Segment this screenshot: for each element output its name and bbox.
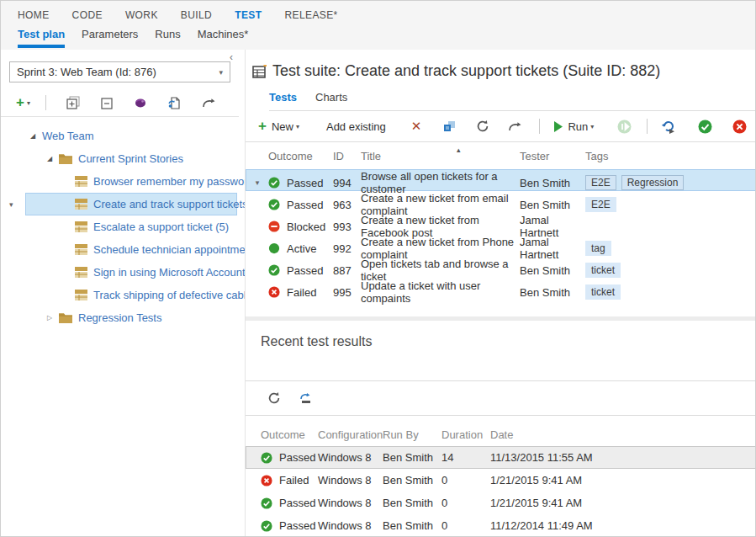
tree-node-create-track-support-tickets[interactable]: ▾ Create and track support tickets (6): [25, 193, 237, 215]
expand-all-icon[interactable]: [66, 96, 80, 109]
tree-node-schedule-technician[interactable]: Schedule technician appointments ...: [1, 238, 239, 261]
tree-node-escalate-support-ticket[interactable]: Escalate a support ticket (5): [1, 215, 239, 238]
requirement-suite-icon: [75, 244, 87, 255]
test-row[interactable]: Passed 963 Create a new ticket from emai…: [246, 191, 756, 213]
result-row[interactable]: Passed Windows 8 Ben Smith 0 1/21/2015 9…: [246, 492, 756, 514]
main-nav: HOME CODE WORK BUILD TEST RELEASE*: [18, 1, 755, 21]
recent-results-section: Recent test results Outcome Configuratio…: [246, 321, 756, 537]
nav-item-code[interactable]: CODE: [72, 9, 103, 21]
sync-suite-icon[interactable]: [167, 96, 182, 110]
tree-node-label: Create and track support tickets (6): [93, 198, 264, 210]
test-plan-sidebar: ‹ Sprint 3: Web Team (Id: 876) ▾ + ▾: [1, 50, 239, 537]
nav-item-release[interactable]: RELEASE*: [284, 9, 337, 21]
expander-expanded-icon[interactable]: ◢: [30, 132, 42, 140]
col-outcome[interactable]: Outcome: [268, 150, 333, 162]
tree-node-label: Current Sprint Stories: [78, 152, 183, 165]
tree-node-current-sprint-stories[interactable]: ◢ Current Sprint Stories: [1, 147, 239, 170]
column-options-icon[interactable]: [443, 120, 456, 132]
active-icon: [268, 242, 280, 254]
tree-node-sign-in-microsoft[interactable]: Sign in using Microsoft Accounts (4): [1, 261, 239, 284]
test-row[interactable]: Active 992 Create a new ticket from Phon…: [246, 235, 756, 257]
open-result-icon[interactable]: [299, 392, 313, 405]
tree-node-regression-tests[interactable]: ▷ Regression Tests: [1, 306, 239, 329]
outcome-text: Passed: [279, 519, 315, 532]
run-button[interactable]: Run ▾: [553, 120, 594, 133]
nav-item-home[interactable]: HOME: [18, 9, 50, 21]
new-test-button[interactable]: + New ▾: [258, 120, 299, 133]
expander-expanded-icon[interactable]: ◢: [47, 155, 59, 162]
requirement-suite-icon: [75, 199, 87, 210]
recent-results-title: Recent test results: [246, 321, 756, 349]
run-with-options-icon[interactable]: [661, 120, 676, 134]
add-existing-button[interactable]: Add existing: [326, 120, 386, 133]
tab-tests[interactable]: Tests: [269, 91, 297, 104]
col-duration[interactable]: Duration: [441, 428, 490, 441]
tab-charts[interactable]: Charts: [315, 91, 347, 104]
sidebar-toolbar: + ▾: [16, 92, 230, 114]
tab-parameters[interactable]: Parameters: [82, 28, 138, 48]
suite-tabs: Tests Charts: [269, 91, 756, 111]
mark-failed-icon[interactable]: [732, 120, 747, 134]
test-row[interactable]: Passed 887 Open tickets tab and browse a…: [246, 257, 756, 279]
results-grid: Outcome Configuration Run By Duration Da…: [246, 416, 756, 537]
run-label: Run: [568, 120, 588, 133]
nav-item-build[interactable]: BUILD: [181, 9, 212, 21]
test-row[interactable]: Failed 995 Update a ticket with user com…: [246, 279, 756, 300]
failed-icon: [268, 286, 280, 298]
run-date: 11/13/2015 11:55 AM: [490, 451, 756, 464]
delete-icon[interactable]: ✕: [411, 119, 422, 134]
run-by: Ben Smith: [383, 519, 441, 532]
test-id: 992: [333, 242, 361, 255]
blocked-icon: [268, 221, 280, 232]
result-row[interactable]: Failed Windows 8 Ben Smith 0 1/21/2015 9…: [246, 469, 756, 492]
col-outcome[interactable]: Outcome: [261, 428, 318, 441]
tester-name: Ben Smith: [520, 264, 585, 277]
context-menu-chevron-icon[interactable]: ▾: [246, 178, 268, 187]
tab-runs[interactable]: Runs: [155, 28, 180, 48]
expander-collapsed-icon[interactable]: ▷: [47, 314, 59, 322]
test-row[interactable]: ▾ Passed 994 Browse all open tickets for…: [246, 169, 756, 191]
refresh-icon[interactable]: [267, 391, 281, 405]
col-tags[interactable]: Tags: [585, 150, 756, 162]
outcome-text: Failed: [287, 286, 316, 299]
tag-chip: Regression: [621, 175, 685, 190]
test-row[interactable]: Blocked 993 Create a new ticket from Fac…: [246, 213, 756, 235]
mark-passed-icon[interactable]: [698, 120, 712, 134]
result-row[interactable]: Passed Windows 8 Ben Smith 0 11/12/2014 …: [246, 514, 756, 537]
test-plan-selector[interactable]: Sprint 3: Web Team (Id: 876) ▾: [9, 61, 230, 82]
outcome-text: Passed: [279, 451, 315, 464]
test-id: 887: [333, 264, 361, 277]
context-menu-chevron-icon[interactable]: ▾: [9, 200, 13, 209]
col-configuration[interactable]: Configuration: [318, 428, 383, 441]
col-date[interactable]: Date: [490, 428, 756, 441]
passed-icon: [261, 497, 272, 509]
suite-detail-pane: Test suite: Create and track support tic…: [245, 50, 756, 537]
col-tester[interactable]: Tester: [520, 150, 585, 162]
collapse-sidebar-icon[interactable]: ‹: [230, 51, 233, 63]
export-arrow-icon[interactable]: [202, 97, 216, 109]
test-id: 994: [333, 177, 361, 189]
col-run-by[interactable]: Run By: [383, 428, 441, 441]
tab-test-plan[interactable]: Test plan: [18, 28, 65, 48]
test-title[interactable]: Update a ticket with user compaints: [361, 279, 520, 305]
failed-icon: [261, 475, 272, 486]
result-row[interactable]: Passed Windows 8 Ben Smith 14 11/13/2015…: [246, 446, 756, 469]
tree-node-label: Web Team: [42, 130, 94, 142]
passed-icon: [261, 452, 272, 464]
collapse-all-icon[interactable]: [100, 96, 114, 109]
nav-item-test[interactable]: TEST: [235, 9, 262, 21]
tab-machines[interactable]: Machines*: [198, 28, 249, 48]
tree-node-web-team[interactable]: ◢ Web Team: [1, 125, 239, 147]
nav-item-work[interactable]: WORK: [125, 9, 158, 21]
tree-node-browser-remember-password[interactable]: Browser remember my password (4): [1, 170, 239, 193]
col-id[interactable]: ID: [333, 150, 361, 162]
export-arrow-icon[interactable]: [508, 120, 522, 133]
chevron-down-icon: ▾: [296, 123, 299, 130]
refresh-icon[interactable]: [476, 120, 489, 133]
open-in-mtm-icon[interactable]: [134, 96, 147, 109]
test-id: 993: [333, 221, 361, 233]
col-title[interactable]: Title: [361, 150, 520, 162]
tree-node-track-shipping[interactable]: Track shipping of defective cable b...: [1, 284, 239, 306]
duration: 14: [441, 451, 490, 464]
new-suite-button[interactable]: + ▾: [16, 96, 30, 109]
